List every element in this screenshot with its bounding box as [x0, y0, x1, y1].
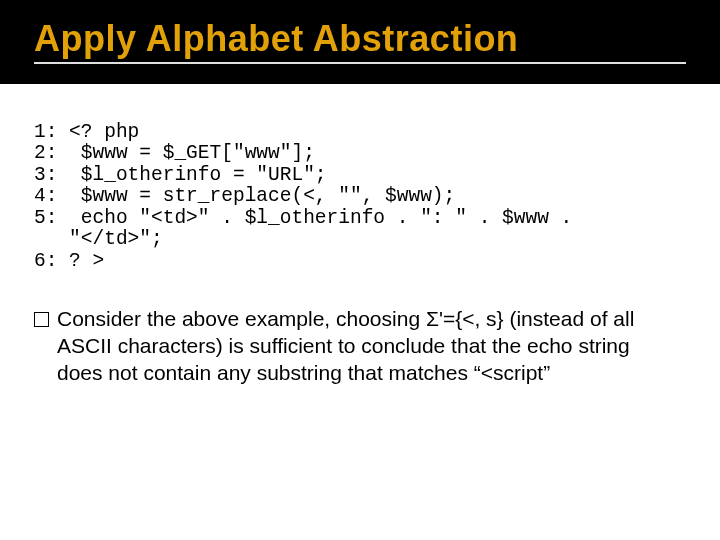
code-line-3: 3: $l_otherinfo = "URL"; [34, 164, 327, 186]
code-line-1: 1: <? php [34, 121, 139, 143]
code-line-5b: "</td>"; [34, 228, 163, 250]
bullet-item: Consider the above example, choosing Σ'=… [34, 306, 680, 387]
code-block: 1: <? php 2: $www = $_GET["www"]; 3: $l_… [34, 122, 686, 272]
title-bar: Apply Alphabet Abstraction [0, 0, 720, 84]
code-line-2: 2: $www = $_GET["www"]; [34, 142, 315, 164]
body-text: Consider the above example, choosing Σ'=… [34, 306, 680, 387]
slide: Apply Alphabet Abstraction 1: <? php 2: … [0, 0, 720, 540]
code-line-4: 4: $www = str_replace(<, "", $www); [34, 185, 455, 207]
slide-title: Apply Alphabet Abstraction [34, 18, 686, 64]
code-line-6: 6: ? > [34, 250, 104, 272]
body-content: Consider the above example, choosing Σ'=… [57, 306, 680, 387]
bullet-square-icon [34, 312, 49, 327]
code-line-5: 5: echo "<td>" . $l_otherinfo . ": " . $… [34, 207, 572, 229]
